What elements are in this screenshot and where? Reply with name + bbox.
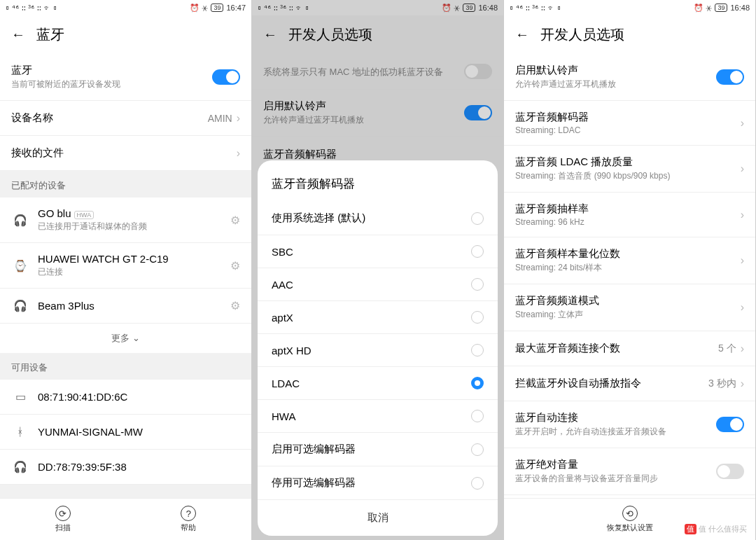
gear-icon[interactable]: ⚙: [230, 259, 240, 272]
radio-selected-icon: [471, 377, 484, 389]
opt-label: aptX: [272, 312, 471, 324]
status-right: ⏰ ⚹ 39 16:48: [694, 4, 750, 13]
row-mac-display[interactable]: 系统将显示只有 MAC 地址的低功耗蓝牙设备: [252, 54, 503, 90]
codec-option-hwa[interactable]: HWA: [258, 400, 498, 433]
row-title: 蓝牙音频频道模式: [515, 294, 741, 307]
bluetooth-icon: ᚼ: [11, 426, 29, 438]
chevron-right-icon: ›: [237, 147, 240, 160]
gear-icon[interactable]: ⚙: [230, 299, 240, 312]
paired-device-watch[interactable]: ⌚ HUAWEI WATCH GT 2-C19 已连接 ⚙: [0, 243, 251, 289]
device-name: 08:71:90:41:DD:6C: [38, 391, 240, 403]
row-default-ring[interactable]: 启用默认铃声 允许铃声通过蓝牙耳机播放: [252, 90, 503, 137]
row-title: 蓝牙音频 LDAC 播放质量: [515, 155, 741, 169]
row-bluetooth-toggle[interactable]: 蓝牙 当前可被附近的蓝牙设备发现: [0, 54, 251, 101]
device-status: 已连接用于通话和媒体的音频: [38, 221, 230, 233]
codec-option-enable[interactable]: 启用可选编解码器: [258, 433, 498, 466]
page-title: 蓝牙: [36, 25, 64, 44]
status-time: 16:48: [478, 4, 498, 12]
status-bar: ▯ ⁴⁶ ⸬ ³⁶ ⸬ ᯤ ▯ ⏰ ⚹ 39 16:48: [252, 0, 503, 15]
screen-developer-options: ▯ ⁴⁶ ⸬ ³⁶ ⸬ ᯤ ▯ ⏰ ⚹ 39 16:48 ← 开发人员选项 启用…: [504, 0, 756, 540]
bluetooth-toggle[interactable]: [212, 69, 240, 85]
radio-icon: [471, 477, 484, 490]
status-right: ⏰ ⚹ 39 16:48: [442, 4, 498, 13]
avail-device-1[interactable]: ▭ 08:71:90:41:DD:6C: [0, 380, 251, 415]
row-channel-mode[interactable]: 蓝牙音频频道模式 Streaming: 立体声 ›: [504, 284, 755, 331]
scan-button[interactable]: ⟳ 扫描: [55, 506, 71, 533]
more-button[interactable]: 更多 ⌄: [0, 324, 251, 353]
codec-dialog: 蓝牙音频解码器 使用系统选择 (默认) SBC AAC aptX aptX HD…: [258, 160, 498, 536]
row-sub: Streaming: 立体声: [515, 309, 741, 321]
row-max-connections[interactable]: 最大蓝牙音频连接个数 5 个 ›: [504, 331, 755, 366]
row-title: 启用默认铃声: [263, 99, 464, 113]
row-device-name[interactable]: 设备名称 AMIN ›: [0, 101, 251, 136]
device-name: HUAWEI WATCH GT 2-C19: [38, 253, 230, 265]
codec-option-default[interactable]: 使用系统选择 (默认): [258, 202, 498, 235]
ringtone-toggle[interactable]: [464, 105, 492, 120]
row-sub: 允许铃声通过蓝牙耳机播放: [263, 114, 464, 126]
status-icons: ⏰ ⚹: [442, 4, 460, 13]
page-title: 开发人员选项: [288, 25, 372, 44]
headphones-icon: 🎧: [11, 460, 29, 473]
codec-option-aac[interactable]: AAC: [258, 268, 498, 301]
row-sample-rate[interactable]: 蓝牙音频抽样率 Streaming: 96 kHz ›: [504, 193, 755, 237]
codec-option-disable[interactable]: 停用可选编解码器: [258, 466, 498, 500]
row-auto-connect[interactable]: 蓝牙自动连接 蓝牙开启时，允许自动连接蓝牙音频设备: [504, 401, 755, 448]
radio-icon: [471, 212, 484, 225]
paired-device-beam[interactable]: 🎧 Beam 3Plus ⚙: [0, 289, 251, 324]
gear-icon[interactable]: ⚙: [230, 214, 240, 227]
codec-option-aptxhd[interactable]: aptX HD: [258, 334, 498, 367]
avail-device-3[interactable]: 🎧 DD:78:79:39:5F:38: [0, 450, 251, 485]
back-icon[interactable]: ←: [263, 27, 277, 43]
status-icons: ⏰ ⚹: [694, 4, 712, 13]
chevron-right-icon: ›: [741, 378, 744, 390]
absvolume-toggle[interactable]: [716, 464, 744, 479]
radio-icon: [471, 245, 484, 258]
device-status: 已连接: [38, 266, 230, 278]
screen-bluetooth: ▯ ⁴⁶ ⸬ ³⁶ ⸬ ᯤ ▯ ⏰ ⚹ 39 16:47 ← 蓝牙 蓝牙 当前可…: [0, 0, 252, 540]
reset-button[interactable]: ⟲ 恢复默认设置: [607, 506, 653, 533]
device-name: DD:78:79:39:5F:38: [38, 461, 240, 473]
row-title: 最大蓝牙音频连接个数: [515, 342, 718, 355]
row-sub: Streaming: 24 bits/样本: [515, 262, 741, 274]
paired-header: 已配对的设备: [0, 171, 251, 198]
reset-icon: ⟲: [622, 506, 638, 521]
chevron-right-icon: ›: [741, 162, 744, 175]
row-block-autoplay[interactable]: 拦截蓝牙外设自动播放指令 3 秒内 ›: [504, 366, 755, 401]
opt-label: 停用可选编解码器: [272, 476, 471, 490]
row-received-files[interactable]: 接收的文件 ›: [0, 136, 251, 171]
ringtone-toggle[interactable]: [716, 69, 744, 85]
radio-icon: [471, 410, 484, 422]
codec-option-sbc[interactable]: SBC: [258, 235, 498, 268]
page-title: 开发人员选项: [540, 25, 624, 44]
row-sub: Streaming: 首选音质 (990 kbps/909 kbps): [515, 170, 741, 182]
row-bit-depth[interactable]: 蓝牙音频样本量化位数 Streaming: 24 bits/样本 ›: [504, 237, 755, 284]
status-left: ▯ ⁴⁶ ⸬ ³⁶ ⸬ ᯤ ▯: [510, 4, 561, 12]
device-name-value: AMIN: [208, 113, 232, 124]
row-default-ring[interactable]: 启用默认铃声 允许铃声通过蓝牙耳机播放: [504, 54, 755, 101]
row-absolute-volume[interactable]: 蓝牙绝对音量 蓝牙设备的音量将与设备蓝牙音量同步: [504, 448, 755, 495]
mac-toggle[interactable]: [464, 64, 492, 79]
paired-device-goblu[interactable]: 🎧 GO bluHWA 已连接用于通话和媒体的音频 ⚙: [0, 198, 251, 243]
autoconnect-toggle[interactable]: [716, 417, 744, 432]
avail-device-2[interactable]: ᚼ YUNMAI-SIGNAL-MW: [0, 415, 251, 450]
status-time: 16:47: [226, 4, 246, 12]
reset-label: 恢复默认设置: [607, 522, 653, 533]
chevron-right-icon: ›: [741, 117, 744, 130]
back-icon[interactable]: ←: [515, 27, 529, 43]
battery-icon: 39: [211, 4, 223, 12]
opt-label: aptX HD: [272, 345, 471, 356]
cancel-button[interactable]: 取消: [258, 500, 498, 536]
status-time: 16:48: [730, 4, 750, 12]
radio-icon: [471, 311, 484, 324]
scan-label: 扫描: [55, 522, 71, 533]
device-name: YUNMAI-SIGNAL-MW: [38, 426, 240, 438]
row-codec[interactable]: 蓝牙音频解码器 Streaming: LDAC ›: [504, 101, 755, 146]
row-ldac-quality[interactable]: 蓝牙音频 LDAC 播放质量 Streaming: 首选音质 (990 kbps…: [504, 146, 755, 193]
codec-option-ldac[interactable]: LDAC: [258, 367, 498, 400]
screen-developer-dialog: ▯ ⁴⁶ ⸬ ³⁶ ⸬ ᯤ ▯ ⏰ ⚹ 39 16:48 ← 开发人员选项 系统…: [252, 0, 504, 540]
device-name-label: 设备名称: [11, 111, 208, 125]
help-button[interactable]: ? 帮助: [181, 506, 196, 533]
opt-label: AAC: [272, 279, 471, 291]
codec-option-aptx[interactable]: aptX: [258, 301, 498, 334]
back-icon[interactable]: ←: [11, 27, 25, 43]
